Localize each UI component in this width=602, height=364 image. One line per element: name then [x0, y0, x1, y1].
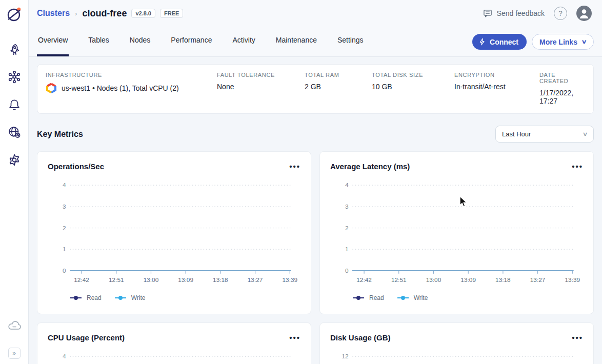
info-date-created: DATE CREATED 1/17/2022, 17:27 [539, 72, 585, 105]
svg-text:12: 12 [342, 353, 348, 360]
topbar: Clusters › cloud-free v2.8.0 FREE Send f… [29, 0, 602, 27]
cluster-network-icon[interactable] [4, 67, 25, 87]
chart-title: CPU Usage (Percent) [48, 333, 125, 342]
bolt-icon [478, 38, 486, 46]
cloud-icon[interactable] [4, 316, 25, 336]
sidebar: » [0, 0, 29, 364]
info-encryption: ENCRYPTION In-transit/At-rest [454, 72, 539, 105]
legend-marker-icon [397, 295, 409, 300]
info-label: ENCRYPTION [454, 72, 539, 78]
tab-performance[interactable]: Performance [170, 36, 213, 56]
legend-label: Write [131, 294, 146, 301]
person-icon [576, 6, 592, 21]
legend-item-read[interactable]: Read [353, 294, 384, 301]
svg-text:12:42: 12:42 [74, 276, 89, 284]
svg-text:3: 3 [345, 203, 349, 210]
svg-text:13:39: 13:39 [282, 276, 297, 284]
page-title-cluster-name: cloud-free [82, 8, 127, 19]
admin-gear-icon[interactable] [4, 150, 25, 170]
version-badge: v2.8.0 [131, 9, 155, 18]
line-chart: 4321012:4212:5113:0013:0913:1813:2713:39 [48, 178, 300, 287]
info-label: TOTAL DISK SIZE [372, 72, 454, 78]
user-avatar[interactable] [576, 6, 592, 21]
chevron-down-icon: ∨ [582, 131, 588, 137]
svg-text:13:18: 13:18 [213, 276, 228, 284]
chart-card-operations: Operations/Sec ••• 4321012:4212:5113:001… [37, 151, 311, 314]
svg-text:3: 3 [63, 203, 66, 210]
tab-overview[interactable]: Overview [37, 36, 69, 56]
svg-text:13:39: 13:39 [565, 276, 580, 284]
tab-activity[interactable]: Activity [231, 36, 256, 56]
legend-label: Read [87, 294, 102, 301]
main-area: Clusters › cloud-free v2.8.0 FREE Send f… [29, 0, 602, 364]
key-metrics-title: Key Metrics [37, 130, 83, 139]
help-button[interactable]: ? [554, 7, 567, 20]
svg-text:0: 0 [63, 267, 66, 274]
chart-card-latency: Average Latency (ms) ••• 4321012:4212:51… [319, 151, 594, 314]
legend-marker-icon [70, 295, 82, 300]
tab-tables[interactable]: Tables [87, 36, 110, 56]
breadcrumb-clusters-link[interactable]: Clusters [37, 9, 70, 18]
svg-text:12:42: 12:42 [356, 276, 372, 284]
time-range-value: Last Hour [502, 130, 531, 138]
tab-maintenance[interactable]: Maintenance [275, 36, 318, 56]
info-label: TOTAL RAM [305, 72, 372, 78]
info-value: 10 GB [372, 83, 454, 91]
svg-text:13:27: 13:27 [530, 276, 546, 284]
info-value: us-west1 • Nodes (1), Total vCPU (2) [62, 84, 179, 92]
brand-logo-planet-icon[interactable] [5, 5, 24, 26]
svg-text:1: 1 [63, 246, 66, 253]
legend-item-write[interactable]: Write [397, 294, 428, 301]
svg-text:2: 2 [345, 225, 349, 232]
legend-label: Write [414, 294, 428, 301]
chart-menu-button[interactable]: ••• [572, 335, 583, 340]
rocket-icon[interactable] [4, 39, 25, 59]
info-value: None [217, 83, 305, 91]
content-area: INFRASTRUCTURE us-west1 • Nodes (1), Tot… [29, 57, 602, 364]
line-chart: 4321012:4212:5113:0013:0913:1813:2713:39 [330, 178, 583, 287]
info-infrastructure: INFRASTRUCTURE us-west1 • Nodes (1), Tot… [46, 72, 217, 105]
info-total-ram: TOTAL RAM 2 GB [305, 72, 372, 105]
svg-text:13:09: 13:09 [460, 276, 476, 284]
info-value: In-transit/At-rest [454, 83, 539, 91]
legend-label: Read [369, 294, 384, 301]
legend-item-read[interactable]: Read [70, 294, 102, 301]
svg-text:13:00: 13:00 [144, 276, 159, 284]
legend-item-write[interactable]: Write [115, 294, 146, 301]
svg-text:13:27: 13:27 [248, 276, 263, 284]
svg-text:0: 0 [345, 267, 349, 274]
send-feedback-button[interactable]: Send feedback [483, 8, 545, 18]
network-globe-gear-icon[interactable] [4, 122, 25, 143]
info-fault-tolerance: FAULT TOLERANCE None [217, 72, 305, 105]
info-label: FAULT TOLERANCE [217, 72, 305, 78]
connect-button[interactable]: Connect [472, 34, 527, 50]
alerts-bell-icon[interactable] [4, 94, 25, 115]
tab-nodes[interactable]: Nodes [129, 36, 151, 56]
chart-menu-button[interactable]: ••• [572, 164, 583, 169]
svg-text:2: 2 [63, 225, 66, 232]
info-total-disk: TOTAL DISK SIZE 10 GB [372, 72, 454, 105]
chart-menu-button[interactable]: ••• [289, 164, 300, 169]
svg-text:1: 1 [345, 246, 349, 253]
charts-grid: Operations/Sec ••• 4321012:4212:5113:001… [37, 151, 594, 364]
svg-text:12:51: 12:51 [391, 276, 407, 284]
chart-title: Operations/Sec [48, 162, 104, 171]
time-range-select[interactable]: Last Hour ∨ [495, 126, 594, 143]
more-links-button[interactable]: More Links ∨ [532, 34, 594, 50]
svg-text:4: 4 [63, 181, 66, 189]
more-links-label: More Links [539, 38, 577, 46]
connect-label: Connect [490, 38, 518, 46]
chart-menu-button[interactable]: ••• [289, 335, 300, 340]
info-label: INFRASTRUCTURE [46, 72, 217, 78]
tabbar: Overview Tables Nodes Performance Activi… [29, 27, 602, 57]
expand-sidebar-button[interactable]: » [8, 348, 21, 359]
line-chart: 12 [330, 349, 583, 364]
svg-text:4: 4 [63, 353, 66, 360]
cluster-info-strip: INFRASTRUCTURE us-west1 • Nodes (1), Tot… [37, 64, 594, 114]
chart-legend: ReadWrite [70, 294, 300, 301]
gcp-hexagon-icon [46, 83, 57, 93]
tier-badge: FREE [160, 9, 183, 18]
send-feedback-label: Send feedback [497, 9, 545, 17]
svg-text:13:18: 13:18 [495, 276, 511, 284]
tab-settings[interactable]: Settings [336, 36, 365, 56]
